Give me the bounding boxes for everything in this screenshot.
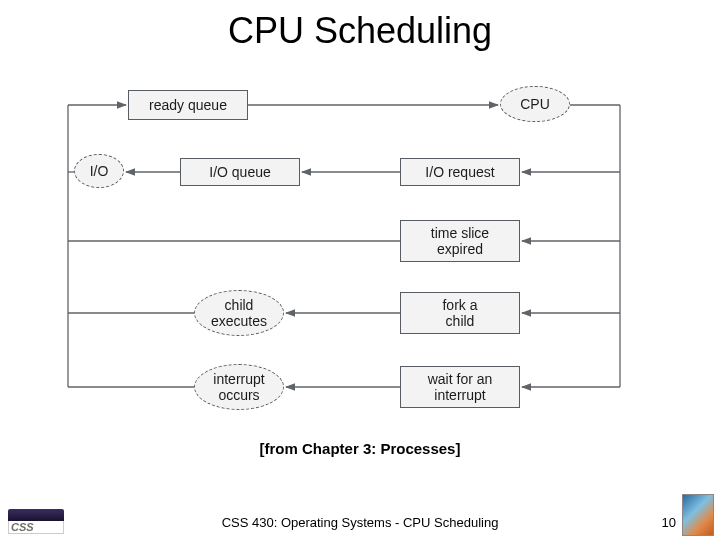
node-time-slice: time slice expired (400, 220, 520, 262)
node-io: I/O (74, 154, 124, 188)
logo-bar-icon (8, 509, 64, 521)
slide: CPU Scheduling ready queue CPU I/O I/O q… (0, 0, 720, 540)
node-io-queue: I/O queue (180, 158, 300, 186)
node-wait-interrupt: wait for an interrupt (400, 366, 520, 408)
node-fork-child: fork a child (400, 292, 520, 334)
page-number: 10 (662, 515, 676, 530)
logo-text: CSS (8, 521, 64, 534)
scheduling-diagram: ready queue CPU I/O I/O queue I/O reques… (60, 80, 660, 440)
node-ready-queue: ready queue (128, 90, 248, 120)
node-interrupt-occurs: interrupt occurs (194, 364, 284, 410)
css-logo: CSS (8, 500, 64, 534)
slide-footer: CSS 430: Operating Systems - CPU Schedul… (0, 515, 720, 530)
diagram-caption: [from Chapter 3: Processes] (0, 440, 720, 457)
slide-title: CPU Scheduling (0, 10, 720, 52)
textbook-thumbnail-icon (682, 494, 714, 536)
node-cpu: CPU (500, 86, 570, 122)
node-io-request: I/O request (400, 158, 520, 186)
node-child-executes: child executes (194, 290, 284, 336)
diagram-arrows (60, 80, 660, 440)
